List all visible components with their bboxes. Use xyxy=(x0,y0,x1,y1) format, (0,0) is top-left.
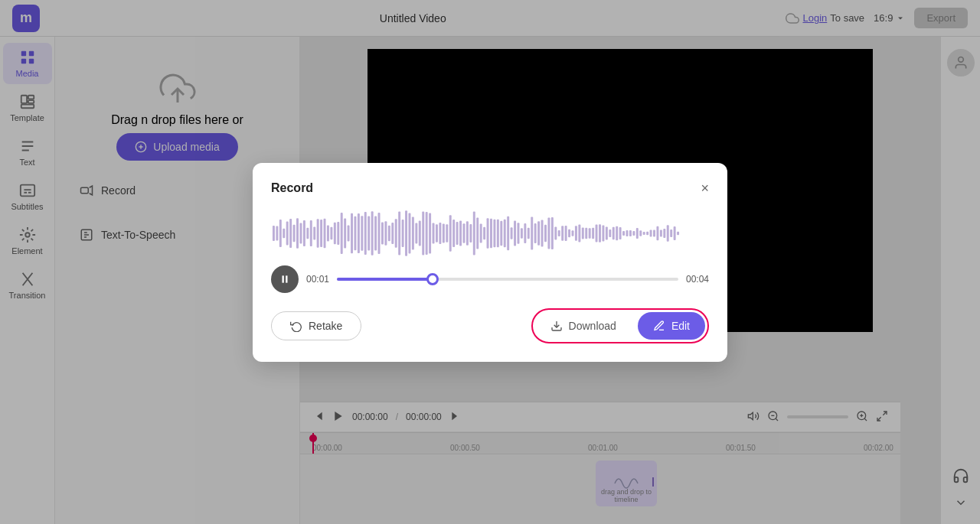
svg-rect-135 xyxy=(619,227,622,239)
progress-thumb[interactable] xyxy=(426,273,439,285)
svg-rect-129 xyxy=(599,224,601,242)
svg-rect-94 xyxy=(480,223,482,242)
svg-rect-100 xyxy=(500,220,502,245)
svg-rect-34 xyxy=(276,226,278,240)
svg-rect-88 xyxy=(459,220,462,246)
svg-rect-146 xyxy=(656,226,658,240)
svg-rect-110 xyxy=(534,223,537,243)
svg-rect-130 xyxy=(602,225,604,241)
svg-rect-37 xyxy=(286,221,289,245)
svg-rect-41 xyxy=(299,223,302,243)
svg-rect-42 xyxy=(303,220,305,246)
svg-rect-39 xyxy=(293,224,296,242)
svg-rect-38 xyxy=(289,218,292,247)
svg-rect-128 xyxy=(596,224,598,242)
progress-row: 00:01 00:04 xyxy=(271,265,709,293)
svg-rect-54 xyxy=(344,218,346,248)
svg-rect-119 xyxy=(565,225,567,240)
svg-rect-101 xyxy=(504,219,506,247)
svg-rect-95 xyxy=(483,226,485,239)
download-icon xyxy=(550,320,563,332)
svg-rect-46 xyxy=(317,219,319,247)
svg-rect-142 xyxy=(643,231,645,234)
svg-rect-131 xyxy=(606,226,608,239)
svg-rect-85 xyxy=(449,215,452,251)
svg-rect-107 xyxy=(524,223,526,243)
retake-button[interactable]: Retake xyxy=(271,311,361,340)
pause-icon xyxy=(279,274,290,285)
svg-rect-35 xyxy=(279,219,282,246)
svg-rect-49 xyxy=(327,225,329,241)
svg-rect-148 xyxy=(663,229,665,238)
svg-rect-112 xyxy=(541,220,544,246)
svg-rect-40 xyxy=(296,218,299,249)
svg-rect-59 xyxy=(361,216,363,250)
svg-rect-134 xyxy=(616,226,618,239)
svg-rect-44 xyxy=(310,220,312,246)
svg-rect-76 xyxy=(419,220,421,246)
svg-rect-144 xyxy=(650,229,652,236)
svg-rect-122 xyxy=(575,226,577,241)
svg-rect-136 xyxy=(622,230,625,235)
waveform-display: // Generate waveform bars in SVG xyxy=(271,210,709,256)
svg-rect-115 xyxy=(551,216,554,249)
svg-rect-118 xyxy=(561,226,564,240)
svg-rect-152 xyxy=(677,231,679,235)
svg-rect-147 xyxy=(660,229,662,236)
progress-track[interactable] xyxy=(337,278,678,281)
svg-rect-57 xyxy=(354,216,356,250)
svg-rect-67 xyxy=(388,225,390,241)
svg-rect-62 xyxy=(371,211,374,255)
svg-rect-93 xyxy=(476,217,479,249)
svg-rect-70 xyxy=(398,211,400,255)
svg-rect-58 xyxy=(358,213,360,253)
svg-rect-126 xyxy=(589,228,591,238)
svg-rect-121 xyxy=(572,230,574,236)
svg-rect-151 xyxy=(674,226,676,239)
svg-rect-104 xyxy=(514,220,516,246)
svg-rect-69 xyxy=(395,219,397,247)
svg-rect-83 xyxy=(443,223,445,242)
svg-rect-65 xyxy=(381,222,384,244)
pause-button[interactable] xyxy=(271,265,299,293)
svg-rect-91 xyxy=(469,223,472,242)
svg-rect-63 xyxy=(374,216,377,250)
svg-rect-114 xyxy=(547,217,550,249)
svg-rect-92 xyxy=(473,211,475,255)
svg-rect-73 xyxy=(408,213,410,253)
svg-rect-87 xyxy=(456,222,459,245)
svg-rect-125 xyxy=(585,227,587,239)
dialog-close-button[interactable]: × xyxy=(701,181,709,195)
svg-rect-113 xyxy=(544,224,547,241)
svg-rect-127 xyxy=(592,227,594,239)
action-buttons-group: Download Edit xyxy=(531,308,709,343)
svg-rect-68 xyxy=(391,223,394,244)
total-time: 00:04 xyxy=(686,274,709,285)
svg-rect-143 xyxy=(646,231,648,235)
svg-rect-99 xyxy=(497,219,499,247)
dialog-header: Record × xyxy=(271,181,709,195)
svg-rect-90 xyxy=(466,221,469,246)
svg-rect-105 xyxy=(518,223,520,244)
dialog-actions: Retake Download Edit xyxy=(271,308,709,343)
svg-rect-102 xyxy=(507,216,509,250)
svg-rect-56 xyxy=(351,213,353,252)
svg-rect-61 xyxy=(368,216,370,250)
svg-rect-50 xyxy=(330,226,332,239)
edit-icon xyxy=(653,320,665,332)
svg-rect-133 xyxy=(612,226,615,239)
download-button[interactable]: Download xyxy=(535,312,632,340)
svg-rect-109 xyxy=(531,216,533,249)
progress-fill xyxy=(337,278,433,281)
edit-button[interactable]: Edit xyxy=(638,312,705,340)
svg-rect-79 xyxy=(429,213,431,253)
svg-rect-97 xyxy=(490,218,492,248)
svg-rect-117 xyxy=(558,230,560,236)
svg-rect-124 xyxy=(582,227,584,239)
svg-rect-141 xyxy=(639,230,642,236)
svg-rect-96 xyxy=(487,218,489,249)
svg-rect-43 xyxy=(306,227,309,239)
svg-rect-137 xyxy=(626,229,629,236)
waveform-svg: // Generate waveform bars in SVG xyxy=(271,210,709,256)
svg-rect-74 xyxy=(412,216,414,249)
